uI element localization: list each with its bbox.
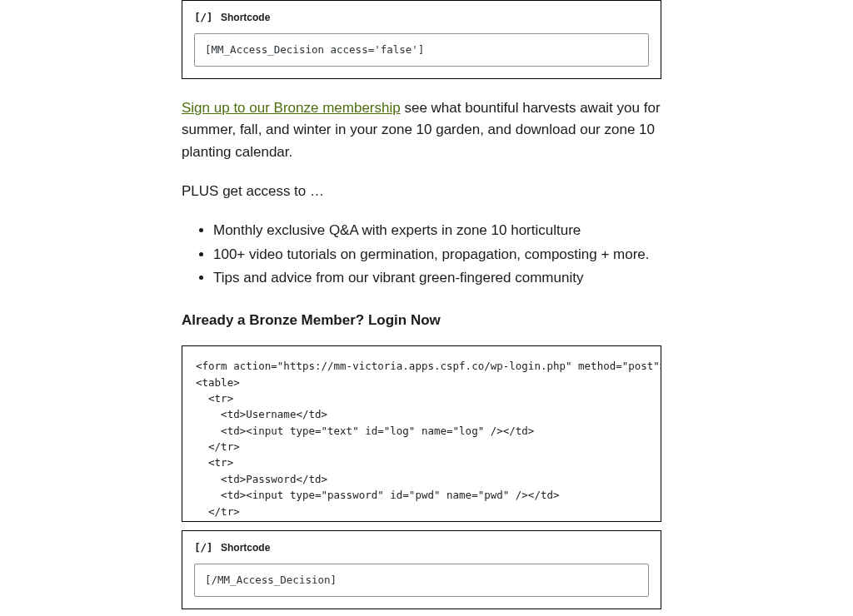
shortcode-block-header: [/] Shortcode (194, 541, 649, 554)
shortcode-block-header: [/] Shortcode (194, 11, 649, 23)
shortcode-block[interactable]: [/] Shortcode [MM_Access_Decision access… (182, 0, 661, 79)
shortcode-block[interactable]: [/] Shortcode [/MM_Access_Decision] (182, 530, 661, 609)
list-item: 100+ video tutorials on germination, pro… (213, 244, 661, 266)
list-item: Tips and advice from our vibrant green-f… (213, 267, 661, 289)
list-item: Monthly exclusive Q&A with experts in zo… (213, 220, 661, 241)
shortcode-label: Shortcode (221, 12, 270, 23)
shortcode-icon: [/] (194, 541, 212, 554)
shortcode-input[interactable]: [MM_Access_Decision access='false'] (194, 33, 649, 67)
code-block[interactable]: <form action="https://mm-victoria.apps.c… (182, 345, 661, 522)
shortcode-label: Shortcode (221, 542, 270, 554)
access-intro: PLUS get access to … (182, 183, 661, 200)
shortcode-icon: [/] (194, 11, 212, 23)
shortcode-input[interactable]: [/MM_Access_Decision] (194, 564, 649, 597)
signup-link[interactable]: Sign up to our Bronze membership (182, 100, 401, 116)
benefits-list: Monthly exclusive Q&A with experts in zo… (182, 220, 661, 289)
signup-paragraph: Sign up to our Bronze membership see wha… (182, 97, 661, 163)
login-heading: Already a Bronze Member? Login Now (182, 312, 661, 329)
